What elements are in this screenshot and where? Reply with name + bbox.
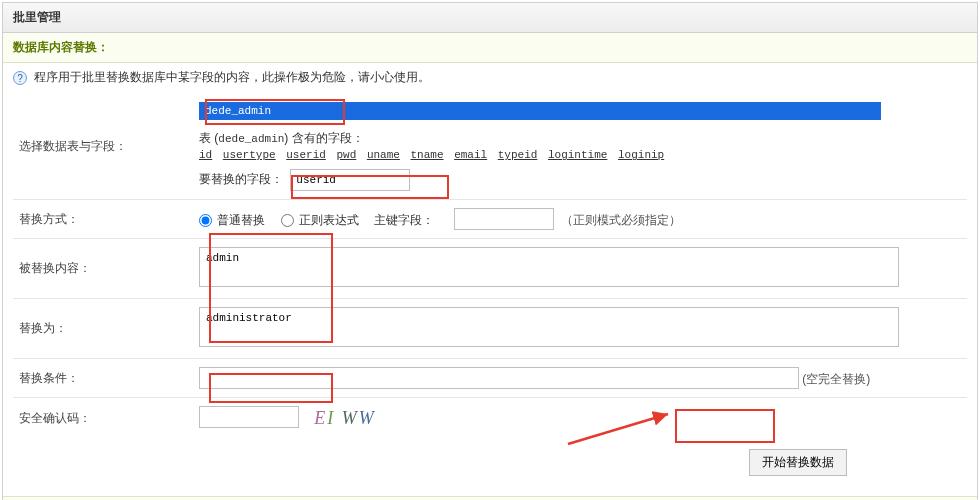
field-link[interactable]: tname (411, 149, 444, 161)
label-security: 安全确认码： (13, 398, 193, 440)
cond-note: (空完全替换) (802, 372, 870, 386)
field-link[interactable]: userid (286, 149, 326, 161)
result-bar: 结果： (3, 496, 977, 500)
fieldlist-fields: id usertype userid pwd uname tname email… (199, 149, 668, 161)
cell-replace-to (193, 299, 967, 359)
field-link[interactable]: email (454, 149, 487, 161)
field-link[interactable]: logintime (548, 149, 607, 161)
section-title: 数据库内容替换： (3, 33, 977, 63)
field-link[interactable]: pwd (336, 149, 356, 161)
info-text: 程序用于批里替换数据库中某字段的内容，此操作极为危险，请小心使用。 (34, 70, 430, 84)
radio-normal-label: 普通替换 (217, 213, 265, 227)
field-link[interactable]: uname (367, 149, 400, 161)
submit-button[interactable]: 开始替换数据 (749, 449, 847, 476)
captcha-image[interactable]: EI WW (310, 406, 380, 431)
field-link[interactable]: id (199, 149, 212, 161)
replace-to-textarea[interactable] (199, 307, 899, 347)
form-table: 选择数据表与字段： dede_admin 表 (dede_admin) 含有的字… (13, 94, 967, 439)
field-to-replace-row: 要替换的字段： (199, 169, 961, 191)
label-replaced-content: 被替换内容： (13, 239, 193, 299)
cond-input[interactable] (199, 367, 799, 389)
table-dropdown[interactable]: dede_admin (199, 102, 881, 120)
field-link[interactable]: usertype (223, 149, 276, 161)
cell-replace-mode: 普通替换 正则表达式 主键字段： （正则模式必须指定） (193, 200, 967, 239)
info-line: ? 程序用于批里替换数据库中某字段的内容，此操作极为危险，请小心使用。 (13, 69, 967, 86)
cell-replaced-content (193, 239, 967, 299)
captcha-input[interactable] (199, 406, 299, 428)
pk-field-input[interactable] (454, 208, 554, 230)
label-select-table: 选择数据表与字段： (13, 94, 193, 200)
panel: 批里管理 数据库内容替换： ? 程序用于批里替换数据库中某字段的内容，此操作极为… (2, 2, 978, 500)
field-link[interactable]: loginip (618, 149, 664, 161)
fieldlist: 表 (dede_admin) 含有的字段： id usertype userid… (199, 130, 961, 161)
label-replace-to: 替换为： (13, 299, 193, 359)
help-icon: ? (13, 71, 27, 85)
radio-regex[interactable] (281, 214, 294, 227)
table-dropdown-selected[interactable]: dede_admin (199, 102, 881, 120)
label-replace-mode: 替换方式： (13, 200, 193, 239)
submit-row: 开始替换数据 (13, 439, 967, 486)
cell-security: EI WW (193, 398, 967, 440)
cell-select-table: dede_admin 表 (dede_admin) 含有的字段： id user… (193, 94, 967, 200)
mode-note: （正则模式必须指定） (561, 213, 681, 227)
radio-normal[interactable] (199, 214, 212, 227)
radio-regex-label: 正则表达式 (299, 213, 359, 227)
field-to-replace-label: 要替换的字段： (199, 172, 283, 186)
section-title-text: 数据库内容替换： (13, 40, 109, 54)
panel-title: 批里管理 (3, 3, 977, 33)
field-link[interactable]: typeid (498, 149, 538, 161)
cell-cond: (空完全替换) (193, 359, 967, 398)
pk-label: 主键字段： (374, 213, 434, 227)
replaced-content-textarea[interactable] (199, 247, 899, 287)
form-content: ? 程序用于批里替换数据库中某字段的内容，此操作极为危险，请小心使用。 选择数据… (3, 63, 977, 496)
panel-title-text: 批里管理 (13, 10, 61, 24)
field-to-replace-input[interactable] (290, 169, 410, 191)
label-cond: 替换条件： (13, 359, 193, 398)
